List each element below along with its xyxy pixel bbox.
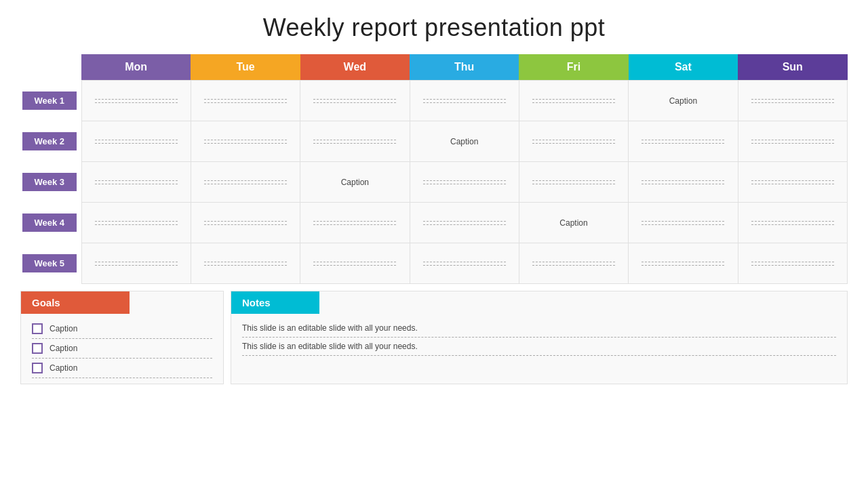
week-label-cell: Week 2 — [20, 121, 81, 162]
goal-caption: Caption — [50, 344, 212, 353]
calendar-cell[interactable]: Caption — [629, 81, 738, 121]
goal-caption: Caption — [50, 324, 212, 333]
week-label: Week 3 — [22, 173, 77, 191]
calendar-cell[interactable] — [191, 203, 300, 243]
cell-mon[interactable] — [81, 162, 191, 203]
calendar-cell[interactable] — [410, 243, 519, 284]
goals-body: Caption Caption Caption — [21, 314, 223, 384]
calendar-cell[interactable] — [738, 121, 847, 162]
goal-item: Caption — [32, 363, 212, 373]
week-label-cell: Week 5 — [20, 243, 81, 284]
col-header-fri: Fri — [519, 54, 628, 81]
calendar-cell[interactable] — [300, 81, 410, 121]
calendar-cell[interactable] — [410, 162, 519, 203]
week-label-cell: Week 4 — [20, 203, 81, 243]
week-row: Week 2Caption — [20, 121, 848, 162]
week-row: Week 3Caption — [20, 162, 848, 203]
notes-header: Notes — [231, 291, 319, 314]
week-label: Week 4 — [22, 214, 77, 232]
calendar-cell[interactable] — [519, 162, 628, 203]
calendar-cell[interactable]: Caption — [300, 162, 410, 203]
calendar-cell[interactable] — [629, 162, 738, 203]
note-item: This slide is an editable slide with all… — [242, 342, 836, 351]
page-title: Weekly report presentation ppt — [263, 14, 606, 42]
calendar-cell[interactable] — [629, 121, 738, 162]
week-row: Week 1Caption — [20, 81, 848, 121]
calendar-cell[interactable] — [300, 121, 410, 162]
notes-body: This slide is an editable slide with all… — [231, 314, 847, 361]
cell-mon[interactable] — [81, 121, 191, 162]
goal-item: Caption — [32, 323, 212, 334]
calendar-cell[interactable] — [738, 203, 847, 243]
week-label-cell: Week 3 — [20, 162, 81, 203]
calendar-cell[interactable] — [738, 81, 847, 121]
goal-checkbox[interactable] — [32, 323, 43, 334]
calendar-cell[interactable] — [519, 81, 628, 121]
calendar-cell[interactable] — [191, 243, 300, 284]
calendar-cell[interactable] — [519, 121, 628, 162]
calendar-cell[interactable] — [300, 203, 410, 243]
goal-caption: Caption — [50, 363, 212, 373]
calendar-cell[interactable] — [191, 162, 300, 203]
week-label: Week 5 — [22, 254, 77, 272]
calendar-cell[interactable] — [191, 81, 300, 121]
calendar-table: Mon Tue Wed Thu Fri Sat Sun Week 1Captio… — [20, 54, 848, 284]
goal-item: Caption — [32, 343, 212, 354]
cell-mon[interactable] — [81, 243, 191, 284]
calendar-cell[interactable] — [629, 243, 738, 284]
calendar-cell[interactable]: Caption — [519, 203, 628, 243]
calendar-cell[interactable] — [629, 203, 738, 243]
col-header-sun: Sun — [738, 54, 847, 81]
col-header-mon: Mon — [81, 54, 191, 81]
calendar-cell[interactable] — [300, 243, 410, 284]
col-header-wed: Wed — [300, 54, 410, 81]
col-header-thu: Thu — [410, 54, 519, 81]
goal-checkbox[interactable] — [32, 363, 43, 373]
note-item: This slide is an editable slide with all… — [242, 323, 836, 333]
calendar-cell[interactable] — [191, 121, 300, 162]
calendar-cell[interactable] — [410, 203, 519, 243]
goal-checkbox[interactable] — [32, 343, 43, 354]
col-header-sat: Sat — [629, 54, 738, 81]
calendar-cell[interactable] — [410, 81, 519, 121]
calendar-cell[interactable] — [738, 243, 847, 284]
week-row: Week 5 — [20, 243, 848, 284]
week-row: Week 4Caption — [20, 203, 848, 243]
calendar-cell[interactable] — [519, 243, 628, 284]
cell-mon[interactable] — [81, 81, 191, 121]
goals-box: Goals Caption Caption Caption — [20, 291, 224, 384]
cell-mon[interactable] — [81, 203, 191, 243]
calendar-cell[interactable] — [738, 162, 847, 203]
goals-header: Goals — [21, 291, 130, 314]
calendar-cell[interactable]: Caption — [410, 121, 519, 162]
week-label: Week 1 — [22, 92, 77, 110]
notes-box: Notes This slide is an editable slide wi… — [231, 291, 848, 384]
bottom-section: Goals Caption Caption Caption Notes This… — [20, 291, 848, 384]
week-label: Week 2 — [22, 132, 77, 150]
col-header-tue: Tue — [191, 54, 300, 81]
week-label-cell: Week 1 — [20, 81, 81, 121]
